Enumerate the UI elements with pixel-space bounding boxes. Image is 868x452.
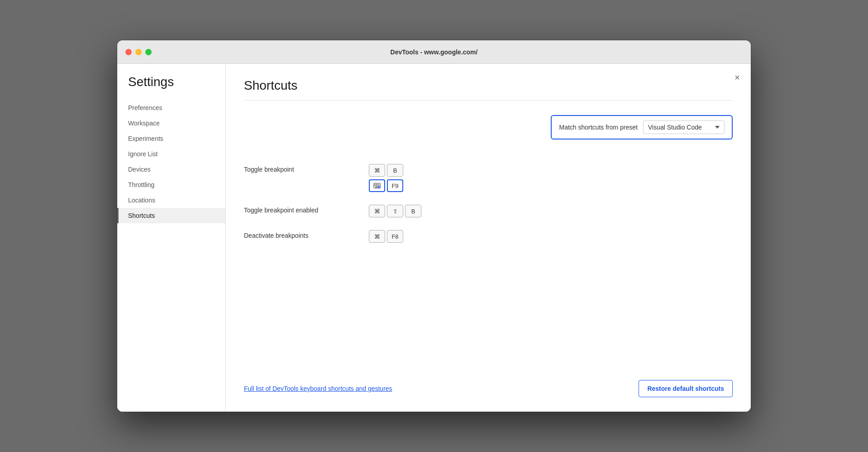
- svg-rect-1: [374, 184, 376, 185]
- svg-rect-5: [374, 185, 376, 186]
- svg-rect-4: [379, 184, 380, 185]
- key-cmd-2: ⌘: [369, 205, 385, 217]
- sidebar-item-shortcuts[interactable]: Shortcuts: [117, 208, 225, 223]
- key-combo-cmd-b: ⌘ B: [369, 164, 403, 177]
- key-keyboard-icon: [369, 179, 385, 192]
- content-header: Shortcuts: [244, 78, 733, 93]
- minimize-window-button[interactable]: [135, 49, 142, 55]
- preset-container: Match shortcuts from preset Default Visu…: [551, 115, 733, 139]
- key-b: B: [387, 164, 403, 177]
- sidebar-item-ignore-list[interactable]: Ignore List: [117, 146, 225, 162]
- key-shift: ⇧: [387, 205, 403, 217]
- sidebar-item-preferences[interactable]: Preferences: [117, 100, 225, 115]
- shortcut-keys-2: ⌘ ⇧ B: [369, 205, 421, 217]
- key-f8: F8: [387, 230, 403, 243]
- window-title: DevTools - www.google.com/: [391, 48, 478, 56]
- key-b-2: B: [405, 205, 421, 217]
- close-settings-button[interactable]: ×: [734, 73, 740, 82]
- shortcut-name-3: Deactivate breakpoints: [244, 230, 362, 239]
- svg-rect-3: [377, 184, 379, 185]
- sidebar: Settings Preferences Workspace Experimen…: [117, 64, 226, 412]
- sidebar-item-devices[interactable]: Devices: [117, 162, 225, 177]
- maximize-window-button[interactable]: [145, 49, 152, 55]
- header-divider: [244, 100, 733, 101]
- close-window-button[interactable]: [125, 49, 132, 55]
- svg-rect-2: [376, 184, 377, 185]
- shortcut-name-2: Toggle breakpoint enabled: [244, 205, 362, 214]
- sidebar-item-locations[interactable]: Locations: [117, 192, 225, 208]
- sidebar-item-throttling[interactable]: Throttling: [117, 177, 225, 192]
- devtools-window: DevTools - www.google.com/ Settings Pref…: [117, 40, 751, 412]
- title-bar: DevTools - www.google.com/: [117, 40, 751, 64]
- window-controls: [125, 49, 152, 55]
- key-cmd-3: ⌘: [369, 230, 385, 243]
- key-combo-cmd-shift-b: ⌘ ⇧ B: [369, 205, 421, 217]
- key-f9: F9: [387, 179, 403, 192]
- shortcut-keys: ⌘ B: [369, 164, 403, 192]
- full-list-link[interactable]: Full list of DevTools keyboard shortcuts…: [244, 385, 392, 392]
- svg-rect-7: [377, 185, 379, 186]
- shortcut-keys-3: ⌘ F8: [369, 230, 403, 243]
- preset-label: Match shortcuts from preset: [559, 124, 638, 131]
- shortcut-row-toggle-breakpoint: Toggle breakpoint ⌘ B: [244, 158, 733, 198]
- sidebar-item-workspace[interactable]: Workspace: [117, 115, 225, 131]
- keyboard-svg-icon: [373, 183, 381, 188]
- shortcut-section: Toggle breakpoint ⌘ B: [244, 158, 733, 249]
- main-content: Settings Preferences Workspace Experimen…: [117, 64, 751, 412]
- content-area: × Shortcuts Match shortcuts from preset …: [226, 64, 751, 412]
- preset-row: Match shortcuts from preset Default Visu…: [244, 115, 733, 139]
- shortcut-row-toggle-bp-enabled: Toggle breakpoint enabled ⌘ ⇧ B: [244, 198, 733, 224]
- shortcut-row-deactivate-bp: Deactivate breakpoints ⌘ F8: [244, 224, 733, 249]
- restore-default-shortcuts-button[interactable]: Restore default shortcuts: [639, 380, 733, 397]
- svg-rect-6: [376, 185, 377, 186]
- key-cmd: ⌘: [369, 164, 385, 177]
- preset-select[interactable]: Default Visual Studio Code: [643, 120, 725, 134]
- page-title: Shortcuts: [244, 78, 297, 93]
- key-combo-f9: F9: [369, 179, 403, 192]
- content-footer: Full list of DevTools keyboard shortcuts…: [244, 371, 733, 397]
- key-combo-cmd-f8: ⌘ F8: [369, 230, 403, 243]
- shortcut-name: Toggle breakpoint: [244, 164, 362, 173]
- sidebar-item-experiments[interactable]: Experiments: [117, 131, 225, 146]
- sidebar-heading: Settings: [117, 75, 225, 100]
